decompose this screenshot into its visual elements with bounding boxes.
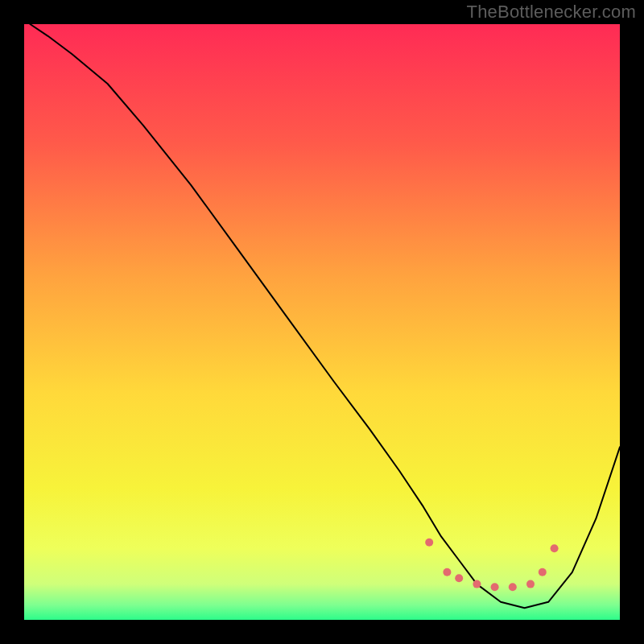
marker-dot (539, 568, 547, 576)
marker-dot (491, 583, 499, 591)
marker-dot (526, 580, 535, 588)
chart-svg (24, 24, 620, 620)
watermark-text: TheBottlenecker.com (467, 2, 636, 23)
marker-dot (473, 580, 481, 588)
gradient-background (24, 24, 620, 620)
marker-dot (425, 539, 433, 547)
marker-dot (443, 568, 451, 576)
marker-dot (509, 583, 517, 591)
chart-frame: TheBottlenecker.com (0, 0, 644, 644)
marker-dot (455, 574, 463, 582)
marker-dot (551, 544, 559, 552)
plot-area (24, 24, 620, 620)
